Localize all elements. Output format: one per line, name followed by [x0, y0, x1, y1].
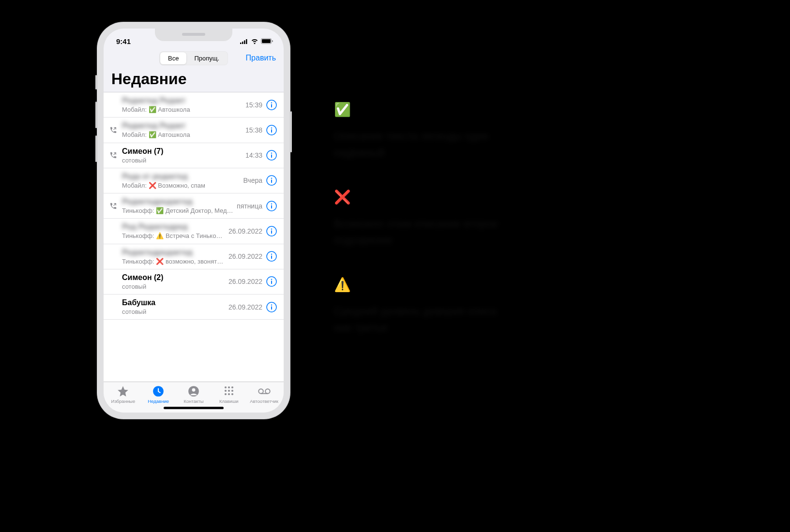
- call-row[interactable]: Ред РедактедредТинькофф: ⚠️ Встреча с Ти…: [104, 219, 284, 244]
- legend-emoji-icon: ⚠️: [334, 277, 605, 293]
- tab-label: Автоответчик: [250, 399, 278, 404]
- status-time: 9:41: [116, 37, 131, 45]
- svg-point-32: [225, 386, 227, 388]
- volume-up-button[interactable]: [95, 102, 97, 128]
- phone-frame: 9:41 Все Пропущ. Править Недавние Ред: [97, 22, 290, 419]
- legend-item: ❌Возможно спам описание второеподозрение: [334, 189, 605, 249]
- svg-point-41: [258, 389, 263, 394]
- call-name: Реда кт редактед: [122, 172, 240, 181]
- call-row-main: Ред РедактедредТинькофф: ⚠️ Встреча с Ти…: [122, 222, 226, 240]
- call-subtitle: Тинькофф: ❌ возможно, звонят…: [122, 258, 226, 266]
- call-sub-label: Детский Доктор, Мед…: [164, 207, 233, 214]
- call-sub-source: Мобайл:: [122, 131, 149, 138]
- svg-point-27: [271, 304, 272, 305]
- call-row[interactable]: Бабушкасотовый26.09.2022: [104, 295, 284, 320]
- call-row[interactable]: Редактед РедактМобайл: ✅ Автошкола15:39: [104, 92, 284, 118]
- info-button[interactable]: [266, 276, 277, 287]
- legend-text-line: подозрение: [334, 232, 605, 249]
- tab-recents[interactable]: Недавние: [141, 385, 176, 404]
- info-button[interactable]: [266, 125, 277, 135]
- call-sub-label: Возможно, спам: [156, 182, 205, 189]
- call-name: Редактедредактед: [122, 248, 226, 257]
- call-sub-source: Тинькофф:: [122, 232, 156, 239]
- call-name: Ред Редактедред: [122, 222, 226, 232]
- info-button[interactable]: [266, 201, 277, 211]
- phone-screen: 9:41 Все Пропущ. Править Недавние Ред: [104, 29, 284, 413]
- svg-point-18: [271, 228, 272, 229]
- call-sub-label: Встреча с Тинько…: [164, 232, 222, 239]
- info-button[interactable]: [266, 226, 277, 236]
- svg-point-6: [271, 127, 272, 128]
- call-name: Симеон (2): [122, 273, 226, 282]
- call-row-main: Редактед РедактМобайл: ✅ Автошкола: [122, 96, 243, 114]
- call-row-main: Реда кт редактедМобайл: ❌ Возможно, спам: [122, 172, 240, 190]
- call-row[interactable]: Симеон (7)сотовый14:33: [104, 143, 284, 168]
- svg-point-35: [225, 390, 227, 392]
- call-sub-label: Автошкола: [156, 106, 190, 113]
- tab-label: Избранные: [111, 399, 136, 404]
- power-button[interactable]: [290, 111, 292, 152]
- call-row[interactable]: Редактед РедактМобайл: ✅ Автошкола15:38: [104, 118, 284, 143]
- call-row[interactable]: Реда кт редактедМобайл: ❌ Возможно, спам…: [104, 168, 284, 193]
- info-button[interactable]: [266, 251, 277, 262]
- call-name: Редактед Редакт: [122, 121, 243, 131]
- call-list[interactable]: Редактед РедактМобайл: ✅ Автошкола15:39Р…: [104, 92, 284, 382]
- call-tag-icon: ✅: [149, 131, 156, 138]
- svg-point-3: [271, 102, 272, 103]
- call-time: 15:39: [245, 101, 262, 109]
- tab-voicemail[interactable]: Автоответчик: [246, 385, 282, 404]
- voicemail-icon: [258, 385, 271, 398]
- svg-point-21: [271, 254, 272, 255]
- svg-rect-13: [271, 180, 272, 183]
- tab-contacts[interactable]: Контакты: [176, 385, 212, 404]
- call-subtitle: сотовый: [122, 308, 226, 316]
- tab-favorites[interactable]: Избранные: [106, 385, 141, 404]
- call-sub-label: возможно, звонят…: [164, 258, 223, 265]
- wifi-icon: [251, 37, 258, 45]
- legend-item: ⚠️Средний уровень доверия описание треть…: [334, 277, 605, 336]
- mute-switch[interactable]: [95, 75, 97, 89]
- info-button[interactable]: [266, 302, 277, 312]
- star-icon: [117, 385, 129, 398]
- segment-all[interactable]: Все: [160, 52, 186, 64]
- call-name: Редактедредактед: [122, 197, 234, 207]
- call-time: 26.09.2022: [228, 278, 262, 285]
- segment-missed[interactable]: Пропущ.: [186, 52, 227, 64]
- info-button[interactable]: [266, 175, 277, 186]
- call-row-main: Редактед РедактМобайл: ✅ Автошкола: [122, 121, 243, 139]
- volume-down-button[interactable]: [95, 135, 97, 162]
- call-row-main: РедактедредактедТинькофф: ❌ возможно, зв…: [122, 248, 226, 266]
- call-row[interactable]: Симеон (2)сотовый26.09.2022: [104, 269, 284, 295]
- svg-point-38: [225, 393, 227, 395]
- outgoing-call-icon: [108, 150, 118, 160]
- page-title: Недавние: [104, 69, 284, 92]
- call-tag-icon: ⚠️: [156, 232, 164, 239]
- legend-panel: ✅Описание текста легенды одиннадежный❌Во…: [334, 102, 605, 365]
- call-tag-icon: ✅: [149, 106, 156, 113]
- call-row[interactable]: РедактедредактедТинькофф: ✅ Детский Докт…: [104, 193, 284, 219]
- svg-rect-28: [271, 306, 272, 310]
- svg-point-12: [271, 178, 272, 179]
- call-row-main: РедактедредактедТинькофф: ✅ Детский Докт…: [122, 197, 234, 215]
- call-subtitle: Мобайл: ✅ Автошкола: [122, 106, 243, 114]
- tab-label: Контакты: [183, 399, 203, 404]
- call-time: 26.09.2022: [228, 303, 262, 311]
- call-row-main: Симеон (2)сотовый: [122, 273, 226, 291]
- home-indicator[interactable]: [164, 407, 224, 409]
- svg-point-40: [231, 393, 233, 395]
- call-time: 14:33: [245, 151, 262, 159]
- call-sub-label: Автошкола: [156, 131, 190, 138]
- svg-point-39: [228, 393, 230, 395]
- call-name: Симеон (7): [122, 147, 243, 156]
- edit-button[interactable]: Править: [246, 54, 276, 62]
- call-time: пятница: [237, 202, 262, 210]
- svg-point-37: [231, 390, 233, 392]
- svg-rect-7: [271, 129, 272, 133]
- legend-item: ✅Описание текста легенды одиннадежный: [334, 102, 605, 161]
- call-row[interactable]: РедактедредактедТинькофф: ❌ возможно, зв…: [104, 244, 284, 269]
- tab-keypad[interactable]: Клавиши: [211, 385, 246, 404]
- info-button[interactable]: [266, 100, 277, 110]
- info-button[interactable]: [266, 150, 277, 161]
- svg-point-31: [192, 388, 196, 392]
- call-time: 15:38: [245, 126, 262, 134]
